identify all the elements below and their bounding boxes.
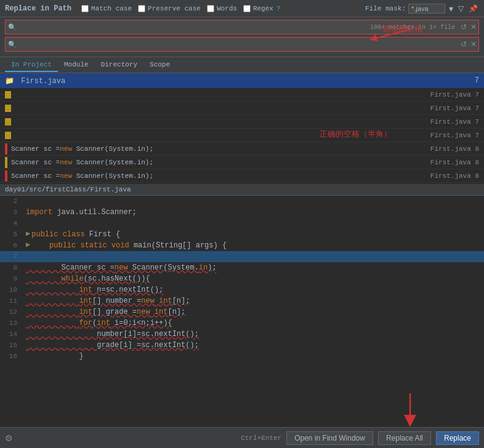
result-file: First.java 7 <box>430 132 479 139</box>
result-file: First.java 7 <box>430 91 479 98</box>
words-label: Words <box>217 5 237 12</box>
file-mask-group: File mask: ▾ ▽ 📌 <box>365 4 479 14</box>
file-mask-input[interactable] <box>408 4 445 14</box>
file-icon-yellow <box>5 132 11 139</box>
code-line-highlight: 7 <box>0 251 484 262</box>
code-line: 14 number[i]=sc.nextInt(); <box>0 329 484 340</box>
replace-refresh-btn[interactable]: ↺ <box>459 40 469 49</box>
search-input[interactable] <box>19 23 366 31</box>
result-file: First.java 8 <box>430 159 479 166</box>
result-code: Scanner sc =new Scanner(System.in); <box>11 172 424 180</box>
words-checkbox[interactable] <box>207 5 214 12</box>
open-find-window-button[interactable]: Open in Find Window <box>286 431 373 445</box>
list-item[interactable]: Scanner sc =new Scanner(System.in); Firs… <box>0 142 484 156</box>
search-close-btn[interactable]: ✕ <box>469 23 478 31</box>
search-replace-area: 🔍 100+ matches in 1+ file ↺ ✕ 🔍 ↺ ✕ <box>0 17 484 57</box>
code-view: 2 3 import java.util.Scanner; 4 5 ▶ publ… <box>0 196 484 427</box>
match-case-label: Match case <box>91 5 132 12</box>
green-arrow-icon: ▶ <box>26 229 30 238</box>
replace-all-arrow <box>373 390 447 427</box>
gear-button[interactable]: ⚙ <box>5 433 13 443</box>
list-item[interactable]: First.java 7 <box>0 129 484 142</box>
tabs-row: In Project Module Directory Scope <box>0 57 484 73</box>
regex-label: Regex <box>253 5 273 12</box>
result-file: First.java 7 <box>430 105 479 112</box>
match-case-checkbox-group[interactable]: Match case <box>81 5 132 12</box>
result-group-count: 7 <box>475 76 479 85</box>
editor-path-bar: day01/src/firstClass/First.java <box>0 184 484 196</box>
tab-in-project[interactable]: In Project <box>5 58 58 72</box>
marker-yellow <box>5 157 7 168</box>
result-file: First.java 8 <box>430 145 479 153</box>
pin-btn[interactable]: 📌 <box>467 4 479 13</box>
replace-button[interactable]: Replace <box>436 431 479 445</box>
file-mask-label: File mask: <box>365 5 406 12</box>
file-mask-dropdown-btn[interactable]: ▾ <box>448 4 454 14</box>
replace-input[interactable] <box>19 40 459 49</box>
result-code: Scanner sc =new Scanner(System.in); <box>11 159 424 166</box>
code-line: 9 while(sc.hasNext()){ <box>0 273 484 284</box>
replace-icon: 🔍 <box>6 41 19 49</box>
match-count: 100+ matches in 1+ file <box>366 24 459 31</box>
search-refresh-btn[interactable]: ↺ <box>459 23 469 31</box>
search-replace-container: 🔍 100+ matches in 1+ file ↺ ✕ 🔍 ↺ ✕ 错误的空… <box>0 17 484 57</box>
replace-row: 🔍 ↺ ✕ <box>5 37 479 52</box>
list-item[interactable]: Scanner sc =new Scanner(System.in); Firs… <box>0 169 484 183</box>
result-group-header[interactable]: 📁 First.java 7 <box>0 73 484 88</box>
result-group-name: 📁 First.java <box>5 76 65 86</box>
code-line: 16 } <box>0 351 484 362</box>
result-file: First.java 7 <box>430 118 479 126</box>
match-case-checkbox[interactable] <box>81 5 89 12</box>
list-item[interactable]: Scanner sc =new Scanner(System.in); Firs… <box>0 156 484 169</box>
toolbar: Replace in Path Match case Preserve case… <box>0 0 484 17</box>
code-line: 6 ▶ public static void main(String[] arg… <box>0 240 484 251</box>
file-icon-yellow <box>5 118 11 126</box>
code-line: 11 int[] number =new int[n]; <box>0 295 484 306</box>
regex-checkbox-group[interactable]: Regex ? <box>243 5 281 12</box>
code-line: 5 ▶ public class First { <box>0 229 484 240</box>
code-line: 8 Scanner sc =new Scanner(System.in); <box>0 262 484 273</box>
shortcut-hint: Ctrl+Enter <box>241 434 281 442</box>
code-line: 3 import java.util.Scanner; <box>0 207 484 218</box>
tab-module[interactable]: Module <box>58 58 95 72</box>
result-code: Scanner sc =new Scanner(System.in); <box>11 145 424 153</box>
code-line: 10 int n=sc.nextInt(); <box>0 284 484 295</box>
preserve-case-label: Preserve case <box>148 5 201 12</box>
tab-scope[interactable]: Scope <box>143 58 176 72</box>
preserve-case-checkbox[interactable] <box>138 5 145 12</box>
results-list: 📁 First.java 7 First.java 7 First.java 7… <box>0 73 484 184</box>
list-item[interactable]: First.java 7 <box>0 102 484 115</box>
regex-help-icon[interactable]: ? <box>276 5 281 12</box>
replace-input-wrapper: 🔍 ↺ ✕ <box>5 37 479 52</box>
search-icon: 🔍 <box>6 23 19 31</box>
search-row: 🔍 100+ matches in 1+ file ↺ ✕ <box>5 20 479 34</box>
words-checkbox-group[interactable]: Words <box>207 5 237 12</box>
replace-all-button[interactable]: Replace All <box>378 431 431 445</box>
marker-red <box>5 170 7 182</box>
toolbar-title: Replace in Path <box>5 4 71 13</box>
file-icon-yellow <box>5 91 11 98</box>
search-input-wrapper: 🔍 100+ matches in 1+ file ↺ ✕ <box>5 20 479 34</box>
result-file: First.java 8 <box>430 172 479 180</box>
preserve-case-checkbox-group[interactable]: Preserve case <box>138 5 201 12</box>
file-icon-yellow <box>5 105 11 112</box>
tab-directory[interactable]: Directory <box>95 58 143 72</box>
list-item[interactable]: First.java 7 <box>0 88 484 102</box>
bottom-bar: ⚙ Ctrl+Enter Open in Find Window Replace… <box>0 427 484 448</box>
green-arrow-icon: ▶ <box>26 240 30 249</box>
filter-btn[interactable]: ▽ <box>457 4 465 13</box>
code-line: 12 int[] grade =new int[n]; <box>0 306 484 318</box>
regex-checkbox[interactable] <box>243 5 251 12</box>
code-line: 2 <box>0 196 484 207</box>
code-line: 4 <box>0 218 484 229</box>
marker-red <box>5 143 7 154</box>
replace-close-btn[interactable]: ✕ <box>469 40 478 49</box>
code-line: 13 for(int i=0;i<n;i++){ <box>0 318 484 329</box>
list-item[interactable]: First.java 7 <box>0 115 484 129</box>
code-line: 15 grade[i] =sc.nextInt(); <box>0 340 484 351</box>
